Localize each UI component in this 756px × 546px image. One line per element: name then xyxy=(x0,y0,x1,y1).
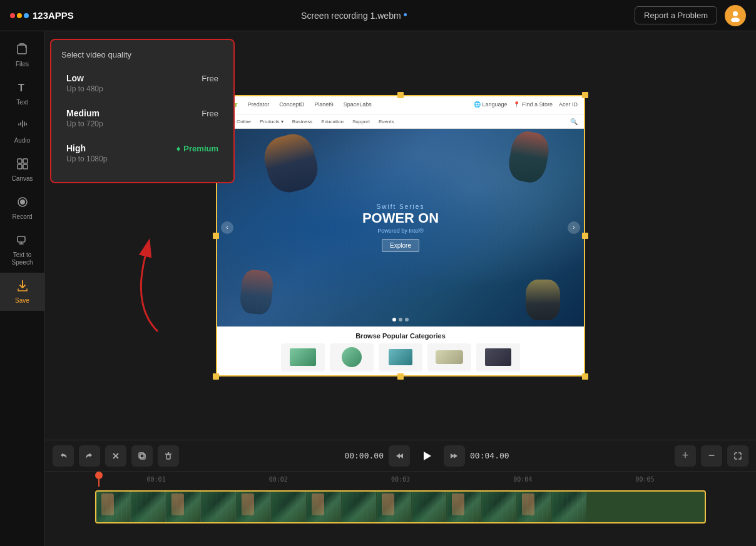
timeline-ruler: 00:01 00:02 00:03 00:04 00:05 xyxy=(45,472,756,487)
app-name: 123APPS xyxy=(33,10,74,21)
logo: 123APPS xyxy=(10,10,74,21)
track-frame-3 xyxy=(166,492,201,522)
text-icon: T xyxy=(16,81,29,96)
handle-top-center[interactable] xyxy=(397,92,404,98)
filename-display: Screen recording 1.webm • xyxy=(301,9,407,22)
ruler-mark-3: 00:03 xyxy=(339,476,461,483)
acer-hero-series: Swift Series xyxy=(362,203,439,210)
timeline-toolbar: 00:00.00 00:04.00 + − xyxy=(45,440,756,472)
sidebar-item-record[interactable]: Record xyxy=(0,189,44,227)
svg-rect-4 xyxy=(18,159,22,163)
frame-person-7 xyxy=(312,493,324,515)
sidebar-item-canvas[interactable]: Canvas xyxy=(0,151,44,189)
quality-name-low: Low xyxy=(66,73,84,83)
svg-point-1 xyxy=(731,18,740,22)
undo-button[interactable] xyxy=(53,445,74,467)
svg-rect-5 xyxy=(23,159,28,163)
acer-carousel-right[interactable]: › xyxy=(568,221,580,234)
zoom-out-button[interactable]: − xyxy=(701,445,722,467)
quality-name-high: High xyxy=(66,143,86,153)
svg-text:T: T xyxy=(18,83,24,93)
track-frame-10 xyxy=(412,492,446,522)
filename-dot: • xyxy=(404,9,407,22)
track-frame-4 xyxy=(202,492,236,522)
save-icon xyxy=(16,279,29,295)
sidebar: Files T Text Audio Canvas Record xyxy=(0,31,45,546)
quality-option-high[interactable]: High ♦ Premium Up to 1080p xyxy=(61,137,223,169)
handle-bottom-right[interactable] xyxy=(582,373,588,380)
current-time-display: 00:00.00 xyxy=(344,451,384,460)
topbar: 123APPS Screen recording 1.webm • Report… xyxy=(0,0,756,31)
svg-rect-14 xyxy=(140,454,145,459)
handle-bottom-center[interactable] xyxy=(397,373,404,380)
frame-person-9 xyxy=(382,493,394,515)
topbar-right: Report a Problem xyxy=(635,5,746,26)
handle-top-right[interactable] xyxy=(582,92,588,98)
video-preview[interactable]: acer Predator ConceptD Planet9 SpaceLabs… xyxy=(216,95,585,377)
quality-option-medium[interactable]: Medium Free Up to 720p xyxy=(61,102,223,134)
track-frames xyxy=(96,492,705,522)
frame-person-3 xyxy=(171,493,184,515)
cut-button[interactable] xyxy=(105,445,126,467)
acer-hero-sub: Powered by Intel® xyxy=(362,228,439,234)
track-frame-14 xyxy=(552,492,586,522)
sidebar-item-text-label: Text xyxy=(16,99,28,106)
tts-icon xyxy=(16,233,29,249)
quality-sub-high: Up to 1080p xyxy=(66,154,218,163)
ruler-mark-1: 00:01 xyxy=(95,476,217,483)
redo-button[interactable] xyxy=(79,445,100,467)
ruler-mark-2: 00:02 xyxy=(217,476,339,483)
handle-bottom-left[interactable] xyxy=(213,373,219,380)
timeline-area: 00:00.00 00:04.00 + − xyxy=(45,440,756,546)
acer-explore-button[interactable]: Explore xyxy=(382,239,419,252)
svg-marker-21 xyxy=(424,452,431,460)
record-icon xyxy=(16,195,29,211)
frame-person-13 xyxy=(522,493,534,515)
sidebar-item-text[interactable]: T Text xyxy=(0,74,44,113)
sidebar-item-save[interactable]: Save xyxy=(0,273,44,311)
content-area: Select video quality Low Free Up to 480p… xyxy=(45,31,756,546)
acer-hero-dots xyxy=(392,318,409,321)
quality-sub-medium: Up to 720p xyxy=(66,119,218,128)
quality-badge-high: ♦ Premium xyxy=(176,144,218,153)
fit-button[interactable] xyxy=(727,445,748,467)
main-area: Files T Text Audio Canvas Record xyxy=(0,31,756,546)
acer-carousel-left[interactable]: ‹ xyxy=(221,221,233,234)
track-frame-1 xyxy=(96,492,131,522)
hero-dot-3 xyxy=(405,318,409,321)
hero-dot-2 xyxy=(399,318,402,321)
sidebar-item-files[interactable]: Files xyxy=(0,36,44,74)
copy-button[interactable] xyxy=(131,445,153,467)
acer-hero-title: POWER ON xyxy=(362,210,439,226)
quality-sub-low: Up to 480p xyxy=(66,84,218,93)
ruler-mark-4: 00:04 xyxy=(462,476,584,483)
sidebar-item-audio[interactable]: Audio xyxy=(0,113,44,151)
playhead-line xyxy=(98,479,100,487)
sidebar-item-tts-label: Text to Speech xyxy=(3,251,42,266)
logo-dot-orange xyxy=(17,13,22,18)
zoom-in-button[interactable]: + xyxy=(675,445,696,467)
quality-option-low[interactable]: Low Free Up to 480p xyxy=(61,67,223,99)
sidebar-item-audio-label: Audio xyxy=(14,137,31,144)
skip-back-button[interactable] xyxy=(389,445,410,467)
handle-mid-left[interactable] xyxy=(213,233,219,239)
sidebar-item-canvas-label: Canvas xyxy=(12,175,33,183)
avatar[interactable] xyxy=(725,5,746,26)
svg-point-9 xyxy=(20,200,25,205)
delete-button[interactable] xyxy=(158,445,179,467)
skip-forward-button[interactable] xyxy=(444,445,465,467)
playhead-head xyxy=(95,472,103,479)
quality-panel: Select video quality Low Free Up to 480p… xyxy=(50,39,235,183)
handle-mid-right[interactable] xyxy=(582,233,588,239)
svg-rect-2 xyxy=(18,45,26,54)
logo-dot-red xyxy=(10,13,15,18)
play-button[interactable] xyxy=(415,444,439,468)
track-clip[interactable] xyxy=(95,490,706,523)
svg-rect-6 xyxy=(18,164,22,169)
track-frame-12 xyxy=(482,492,516,522)
sidebar-item-files-label: Files xyxy=(16,61,29,68)
sidebar-item-tts[interactable]: Text to Speech xyxy=(0,227,44,273)
sidebar-item-record-label: Record xyxy=(12,213,32,221)
report-button[interactable]: Report a Problem xyxy=(635,6,717,24)
end-time-display: 00:04.00 xyxy=(470,451,509,460)
